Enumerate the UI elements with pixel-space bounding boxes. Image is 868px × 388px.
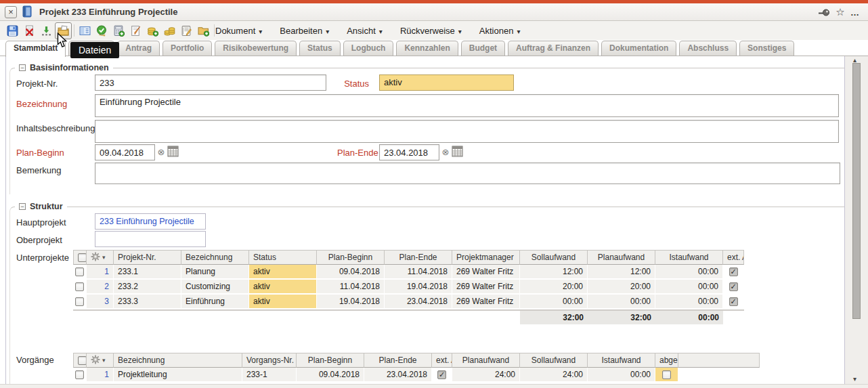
select-all-checkbox[interactable] (73, 250, 87, 265)
gear-menu[interactable] (87, 250, 114, 265)
calendar-icon[interactable] (452, 145, 463, 158)
inhaltsbeschreibung-input[interactable] (95, 120, 839, 143)
row-checkbox[interactable] (73, 265, 87, 280)
more-options-icon[interactable]: … (848, 5, 862, 19)
calendar-icon[interactable] (167, 145, 179, 158)
col-vorgangs-nr[interactable]: Vorgangs-Nr. (242, 353, 297, 368)
table-row: 1 Projektleitung 233-1 09.04.2018 23.04.… (73, 368, 760, 383)
chevron-down-icon (102, 252, 106, 261)
tab-dokumentation[interactable]: Dokumentation (601, 41, 676, 56)
col-sollaufwand[interactable]: Sollaufwand (520, 250, 588, 265)
horizontal-scrollbar[interactable] (0, 384, 868, 388)
col-bezeichnung[interactable]: Bezeichnung (114, 353, 242, 368)
ext-aufwand-checkbox[interactable] (723, 295, 744, 309)
col-ext-aufwand[interactable]: ext. A (723, 250, 744, 265)
tab-portfolio[interactable]: Portfolio (162, 41, 212, 56)
tab-logbuch[interactable]: Logbuch (343, 41, 394, 56)
oberprojekt-field[interactable] (95, 231, 206, 247)
close-icon[interactable]: × (5, 6, 17, 18)
tab-antrag[interactable]: Antrag (117, 41, 160, 56)
tab-abschluss[interactable]: Abschluss (679, 41, 737, 56)
hauptprojekt-link[interactable]: 233 Einführung Projectile (100, 217, 194, 226)
coins-add-button[interactable] (144, 22, 161, 39)
scrollbar-thumb[interactable] (852, 63, 861, 319)
tab-budget[interactable]: Budget (461, 41, 505, 56)
pin-icon[interactable] (817, 5, 830, 19)
tab-risikobewertung[interactable]: Risikobewertung (215, 41, 297, 56)
plan-ende-input[interactable] (379, 144, 439, 160)
row-number-link[interactable]: 2 (87, 280, 114, 295)
coins-button[interactable] (161, 22, 178, 39)
tab-sonstiges[interactable]: Sonstiges (739, 41, 794, 56)
clear-date-icon[interactable] (156, 147, 166, 156)
menu-dokument[interactable]: Dokument (215, 26, 262, 36)
star-icon[interactable]: ☆ (833, 5, 847, 19)
toolbar-separator (74, 24, 74, 37)
export-button[interactable] (38, 22, 55, 39)
projekt-nr-input[interactable] (95, 74, 326, 91)
col-projektmanager[interactable]: Projektmanager (452, 250, 520, 265)
toolbar-separator (214, 24, 215, 37)
collapse-icon[interactable] (19, 64, 26, 71)
menu-bearbeiten[interactable]: Bearbeiten (280, 26, 329, 36)
abgeschlossen-checkbox[interactable] (655, 368, 678, 383)
folder-add-button[interactable] (195, 22, 212, 39)
col-plan-ende[interactable]: Plan-Ende (385, 250, 452, 265)
col-istaufwand[interactable]: Istaufwand (588, 353, 655, 368)
menu-ansicht[interactable]: Ansicht (347, 26, 383, 36)
scroll-down-icon[interactable]: ▾ (853, 375, 856, 383)
chevron-down-icon (255, 26, 262, 36)
col-projekt-nr[interactable]: Projekt-Nr. (114, 250, 181, 265)
delete-document-button[interactable] (21, 22, 38, 39)
collapse-icon[interactable] (19, 203, 26, 210)
col-plan-ende[interactable]: Plan-Ende (364, 353, 432, 368)
col-plan-beginn[interactable]: Plan-Beginn (317, 250, 385, 265)
notebook-edit-button[interactable] (178, 22, 195, 39)
col-sollaufwand[interactable]: Sollaufwand (520, 353, 588, 368)
tab-auftrag-finanzen[interactable]: Auftrag & Finanzen (508, 41, 599, 56)
gear-menu[interactable] (87, 353, 114, 368)
row-number-link[interactable]: 1 (87, 265, 114, 280)
section-legend: Basisinformationen (15, 63, 113, 72)
menu-rueckverweise[interactable]: Rückverweise (400, 26, 462, 36)
save-button[interactable] (4, 22, 21, 39)
status-value[interactable]: aktiv (379, 74, 514, 91)
tab-kennzahlen[interactable]: Kennzahlen (396, 41, 458, 56)
cell-bezeichnung: Planung (181, 265, 249, 280)
clear-date-icon[interactable] (441, 147, 450, 156)
col-ext-aufwand[interactable]: ext. A (432, 353, 452, 368)
bemerkung-input[interactable] (95, 163, 840, 184)
col-planaufwand[interactable]: Planaufwand (452, 353, 520, 368)
row-number-link[interactable]: 3 (87, 295, 114, 309)
menu-aktionen[interactable]: Aktionen (479, 26, 521, 36)
col-planaufwand[interactable]: Planaufwand (588, 250, 655, 265)
totals-row: 32:00 32:00 00:00 (73, 309, 744, 324)
col-istaufwand[interactable]: Istaufwand (655, 250, 723, 265)
cell-istaufwand: 00:00 (655, 265, 723, 280)
select-all-checkbox[interactable] (73, 353, 87, 368)
inhaltsbeschreibung-label: Inhaltsbeschreibung (16, 123, 95, 133)
row-checkbox[interactable] (73, 368, 87, 383)
row-number-link[interactable]: 1 (87, 368, 114, 383)
ext-aufwand-checkbox[interactable] (723, 280, 744, 295)
col-plan-beginn[interactable]: Plan-Beginn (297, 353, 364, 368)
ext-aufwand-checkbox[interactable] (723, 265, 744, 280)
tab-status[interactable]: Status (299, 41, 341, 56)
approve-button[interactable] (93, 22, 110, 39)
col-status[interactable]: Status (249, 250, 317, 265)
tooltip: Dateien (70, 42, 119, 58)
cell-projektmanager: 269 Walter Fritz (452, 280, 520, 295)
bezeichnung-input[interactable]: Einführung Projectile (95, 94, 839, 117)
row-checkbox[interactable] (73, 280, 87, 295)
edit-document-button[interactable] (127, 22, 144, 39)
info-panel-button[interactable] (77, 22, 93, 39)
col-bezeichnung[interactable]: Bezeichnung (181, 250, 249, 265)
row-checkbox[interactable] (73, 295, 87, 309)
cell-bezeichnung: Einführung (181, 295, 249, 309)
calculator-add-button[interactable] (110, 22, 127, 39)
total-sollaufwand: 32:00 (520, 309, 588, 324)
plan-beginn-input[interactable] (95, 144, 155, 160)
col-abgeschlossen[interactable]: abge (655, 353, 678, 368)
vertical-scrollbar[interactable]: ▴ ▾ (845, 56, 868, 384)
ext-aufwand-checkbox[interactable] (432, 368, 452, 383)
